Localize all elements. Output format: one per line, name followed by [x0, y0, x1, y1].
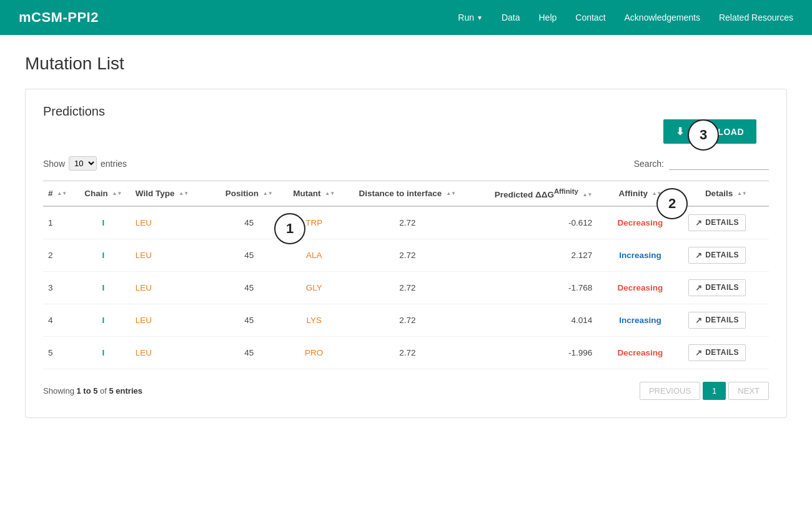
details-label: DETAILS — [705, 251, 739, 259]
annotation-circle-2: 2 — [656, 188, 688, 219]
table-body: 1 I LEU 45 TRP 2.72 -0.612 Decreasing ↗ … — [43, 206, 769, 369]
col-header-wildtype: Wild Type ▲▼ — [131, 181, 216, 206]
nav-help[interactable]: Help — [538, 12, 557, 22]
sort-icon-details[interactable]: ▲▼ — [737, 191, 747, 196]
table-row: 3 I LEU 45 GLY 2.72 -1.768 Decreasing ↗ … — [43, 271, 769, 304]
cell-mutant: PRO — [282, 336, 346, 369]
cell-num: 4 — [43, 304, 76, 336]
pagination-row: Showing 1 to 5 of 5 entries PREVIOUS 1 N… — [43, 382, 769, 400]
pagination-controls: PREVIOUS 1 NEXT — [640, 382, 769, 400]
cell-wildtype: LEU — [131, 271, 216, 304]
col-header-details: Details ▲▼ — [683, 181, 769, 206]
show-label: Show — [43, 159, 65, 169]
cell-num: 3 — [43, 271, 76, 304]
next-button[interactable]: NEXT — [728, 382, 769, 400]
details-label: DETAILS — [705, 283, 739, 292]
search-input[interactable] — [669, 157, 769, 170]
nav-links: Run ▼ Data Help Contact Acknowledgements… — [458, 12, 793, 22]
nav-brand: mCSM-PPI2 — [19, 9, 99, 26]
cell-affinity: Increasing — [597, 239, 683, 271]
cell-chain: I — [76, 239, 131, 271]
details-button-1[interactable]: ↗ DETAILS — [688, 214, 746, 231]
nav-acknowledgements[interactable]: Acknowledgements — [625, 12, 700, 22]
cell-distance: 2.72 — [346, 271, 468, 304]
cell-distance: 2.72 — [346, 304, 468, 336]
cell-distance: 2.72 — [346, 239, 468, 271]
external-link-icon: ↗ — [695, 283, 703, 292]
details-label: DETAILS — [705, 218, 739, 227]
cell-mutant: GLY — [282, 271, 346, 304]
cell-wildtype: LEU — [131, 336, 216, 369]
annotation-circle-3: 3 — [688, 119, 719, 151]
table-wrapper: 2 1 # ▲▼ Chain — [43, 181, 769, 369]
details-button-4[interactable]: ↗ DETAILS — [688, 312, 746, 329]
external-link-icon: ↗ — [695, 251, 703, 260]
previous-button[interactable]: PREVIOUS — [640, 382, 700, 400]
cell-wildtype: LEU — [131, 304, 216, 336]
cell-predicted: -0.612 — [468, 206, 597, 239]
predictions-card: 3 Predictions ⬇ DOWNLOAD Show 10 25 50 e… — [25, 89, 787, 418]
details-label: DETAILS — [705, 348, 739, 357]
nav-run-label: Run — [458, 12, 474, 22]
cell-wildtype: LEU — [131, 239, 216, 271]
table-row: 5 I LEU 45 PRO 2.72 -1.996 Decreasing ↗ … — [43, 336, 769, 369]
sort-icon-chain[interactable]: ▲▼ — [112, 191, 122, 196]
details-label: DETAILS — [705, 316, 739, 324]
details-button-3[interactable]: ↗ DETAILS — [688, 279, 746, 296]
col-header-predicted: Predicted ΔΔGAffinity ▲▼ — [468, 181, 597, 206]
cell-predicted: -1.996 — [468, 336, 597, 369]
card-title: Predictions — [43, 104, 769, 119]
sort-icon-wildtype[interactable]: ▲▼ — [179, 191, 189, 196]
controls-row: Show 10 25 50 entries Search: — [43, 156, 769, 171]
nav-related-resources[interactable]: Related Resources — [719, 12, 793, 22]
card-inner: 3 Predictions ⬇ DOWNLOAD Show 10 25 50 e… — [43, 104, 769, 400]
details-button-2[interactable]: ↗ DETAILS — [688, 247, 746, 264]
details-button-5[interactable]: ↗ DETAILS — [688, 344, 746, 361]
cell-details: ↗ DETAILS — [683, 304, 769, 336]
nav-run-arrow: ▼ — [477, 14, 483, 21]
entries-label: entries — [101, 159, 127, 169]
cell-predicted: 4.014 — [468, 304, 597, 336]
navbar: mCSM-PPI2 Run ▼ Data Help Contact Acknow… — [0, 0, 812, 35]
table-row: 4 I LEU 45 LYS 2.72 4.014 Increasing ↗ D… — [43, 304, 769, 336]
cell-affinity: Decreasing — [597, 271, 683, 304]
cell-affinity: Decreasing — [597, 336, 683, 369]
external-link-icon: ↗ — [695, 348, 703, 357]
sort-icon-predicted[interactable]: ▲▼ — [582, 192, 592, 197]
cell-chain: I — [76, 336, 131, 369]
sort-icon-mutant[interactable]: ▲▼ — [325, 191, 335, 196]
cell-distance: 2.72 — [346, 336, 468, 369]
cell-position: 45 — [216, 271, 282, 304]
nav-data[interactable]: Data — [502, 12, 520, 22]
table-row: 2 I LEU 45 ALA 2.72 2.127 Increasing ↗ D… — [43, 239, 769, 271]
cell-predicted: 2.127 — [468, 239, 597, 271]
col-header-mutant: Mutant ▲▼ — [282, 181, 346, 206]
cell-num: 1 — [43, 206, 76, 239]
external-link-icon: ↗ — [695, 218, 703, 227]
cell-distance: 2.72 — [346, 206, 468, 239]
search-label: Search: — [634, 159, 664, 169]
entries-select[interactable]: 10 25 50 — [69, 156, 97, 171]
cell-details: ↗ DETAILS — [683, 271, 769, 304]
cell-chain: I — [76, 271, 131, 304]
download-icon: ⬇ — [676, 126, 685, 137]
sort-icon-position[interactable]: ▲▼ — [263, 191, 273, 196]
cell-position: 45 — [216, 239, 282, 271]
showing-text: Showing 1 to 5 of 5 entries — [43, 386, 142, 396]
cell-details: ↗ DETAILS — [683, 239, 769, 271]
cell-chain: I — [76, 206, 131, 239]
cell-predicted: -1.768 — [468, 271, 597, 304]
show-entries-control: Show 10 25 50 entries — [43, 156, 127, 171]
nav-contact[interactable]: Contact — [575, 12, 605, 22]
page-1-button[interactable]: 1 — [703, 382, 726, 400]
cell-chain: I — [76, 304, 131, 336]
col-header-chain: Chain ▲▼ — [76, 181, 131, 206]
cell-position: 45 — [216, 304, 282, 336]
sort-icon-distance[interactable]: ▲▼ — [446, 191, 456, 196]
sort-icon-num[interactable]: ▲▼ — [57, 191, 67, 196]
col-header-distance: Distance to interface ▲▼ — [346, 181, 468, 206]
cell-affinity: Increasing — [597, 304, 683, 336]
cell-num: 2 — [43, 239, 76, 271]
nav-run-menu[interactable]: Run ▼ — [458, 12, 483, 22]
external-link-icon: ↗ — [695, 316, 703, 325]
